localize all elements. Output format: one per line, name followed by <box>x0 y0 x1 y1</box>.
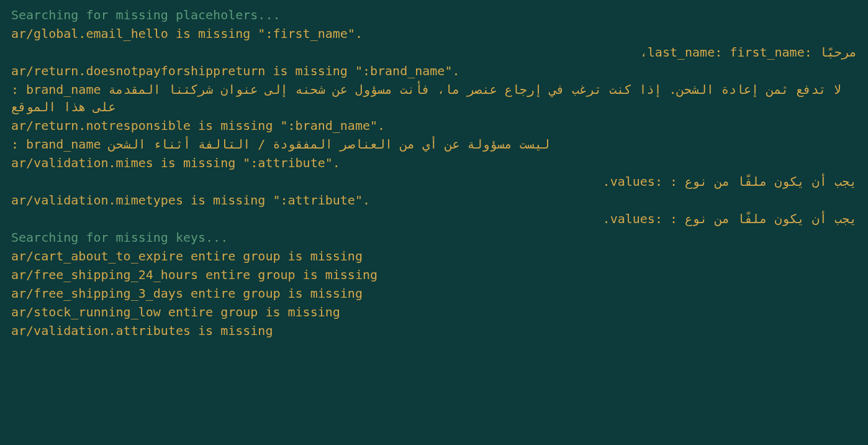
terminal-line-12: ar/cart_about_to_expire entire group is … <box>11 247 857 265</box>
terminal-line-9: ar/validation.mimetypes is missing ":att… <box>11 191 857 209</box>
terminal-line-11: Searching for missing keys... <box>11 229 857 246</box>
terminal-line-0: Searching for missing placeholers... <box>11 6 857 24</box>
terminal-line-6: : brand_name ليست مسؤولة عن أي من العناص… <box>11 135 857 153</box>
terminal-line-5: ar/return.notresponsible is missing ":br… <box>11 117 857 134</box>
terminal-line-7: ar/validation.mimes is missing ":attribu… <box>11 154 857 172</box>
terminal-line-10: يجب أن يكون ملفًا من نوع : :values. <box>11 210 857 227</box>
terminal-line-8: يجب أن يكون ملفًا من نوع : :values. <box>11 173 857 190</box>
terminal-line-1: ar/global.email_hello is missing ":first… <box>11 25 857 42</box>
terminal-line-13: ar/free_shipping_24_hours entire group i… <box>11 266 857 283</box>
terminal-output: Searching for missing placeholers...ar/g… <box>11 6 857 339</box>
terminal-line-2: مرحبًا :last_name: first_name، <box>11 44 857 61</box>
terminal-line-14: ar/free_shipping_3_days entire group is … <box>11 285 857 302</box>
terminal-line-4: : brand_name لا تدفع ثمن إعادة الشحن. إذ… <box>11 81 857 116</box>
terminal-line-15: ar/stock_running_low entire group is mis… <box>11 303 857 321</box>
terminal-line-16: ar/validation.attributes is missing <box>11 322 857 339</box>
terminal-line-3: ar/return.doesnotpayforshippreturn is mi… <box>11 62 857 80</box>
